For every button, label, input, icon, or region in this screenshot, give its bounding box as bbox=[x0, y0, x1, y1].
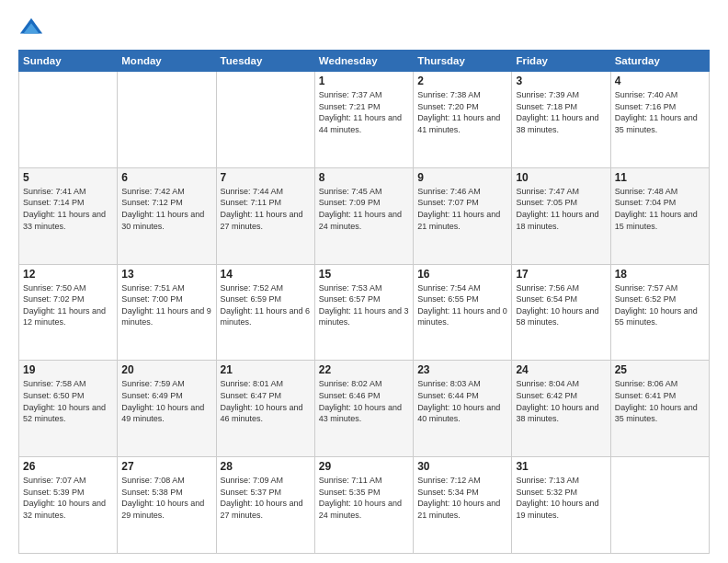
calendar-cell: 24Sunrise: 8:04 AM Sunset: 6:42 PM Dayli… bbox=[512, 361, 610, 457]
day-number: 28 bbox=[221, 460, 311, 473]
calendar-cell: 31Sunrise: 7:13 AM Sunset: 5:32 PM Dayli… bbox=[512, 457, 610, 554]
calendar-cell: 21Sunrise: 8:01 AM Sunset: 6:47 PM Dayli… bbox=[216, 361, 314, 457]
cell-info: Sunrise: 7:56 AM Sunset: 6:54 PM Dayligh… bbox=[516, 282, 606, 328]
calendar-header-row: SundayMondayTuesdayWednesdayThursdayFrid… bbox=[19, 51, 710, 72]
day-number: 15 bbox=[319, 268, 409, 281]
calendar-cell: 4Sunrise: 7:40 AM Sunset: 7:16 PM Daylig… bbox=[610, 72, 709, 168]
calendar-cell: 19Sunrise: 7:58 AM Sunset: 6:50 PM Dayli… bbox=[19, 361, 118, 457]
calendar-cell: 29Sunrise: 7:11 AM Sunset: 5:35 PM Dayli… bbox=[314, 457, 413, 554]
calendar-cell: 30Sunrise: 7:12 AM Sunset: 5:34 PM Dayli… bbox=[414, 457, 512, 554]
day-header-friday: Friday bbox=[512, 51, 610, 72]
calendar-cell: 25Sunrise: 8:06 AM Sunset: 6:41 PM Dayli… bbox=[610, 361, 709, 457]
day-number: 6 bbox=[121, 171, 211, 184]
cell-info: Sunrise: 7:07 AM Sunset: 5:39 PM Dayligh… bbox=[23, 475, 113, 521]
calendar-cell: 13Sunrise: 7:51 AM Sunset: 7:00 PM Dayli… bbox=[118, 264, 216, 361]
day-number: 24 bbox=[516, 363, 606, 376]
cell-info: Sunrise: 7:52 AM Sunset: 6:59 PM Dayligh… bbox=[221, 282, 311, 328]
day-number: 16 bbox=[417, 268, 507, 281]
day-number: 9 bbox=[417, 171, 507, 184]
calendar-week-row: 12Sunrise: 7:50 AM Sunset: 7:02 PM Dayli… bbox=[19, 264, 710, 361]
cell-info: Sunrise: 7:53 AM Sunset: 6:57 PM Dayligh… bbox=[319, 282, 409, 328]
cell-info: Sunrise: 7:12 AM Sunset: 5:34 PM Dayligh… bbox=[417, 475, 507, 521]
day-header-thursday: Thursday bbox=[414, 51, 512, 72]
day-number: 11 bbox=[615, 171, 705, 184]
calendar-cell bbox=[19, 72, 118, 168]
calendar-week-row: 19Sunrise: 7:58 AM Sunset: 6:50 PM Dayli… bbox=[19, 361, 710, 457]
day-number: 14 bbox=[221, 268, 311, 281]
day-header-sunday: Sunday bbox=[19, 51, 118, 72]
calendar-cell: 17Sunrise: 7:56 AM Sunset: 6:54 PM Dayli… bbox=[512, 264, 610, 361]
calendar-cell: 7Sunrise: 7:44 AM Sunset: 7:11 PM Daylig… bbox=[216, 167, 314, 264]
day-number: 25 bbox=[615, 363, 705, 376]
day-header-tuesday: Tuesday bbox=[216, 51, 314, 72]
day-number: 2 bbox=[417, 75, 507, 87]
calendar-cell bbox=[118, 72, 216, 168]
cell-info: Sunrise: 7:40 AM Sunset: 7:16 PM Dayligh… bbox=[615, 89, 705, 135]
calendar-cell: 15Sunrise: 7:53 AM Sunset: 6:57 PM Dayli… bbox=[314, 264, 413, 361]
cell-info: Sunrise: 7:51 AM Sunset: 7:00 PM Dayligh… bbox=[121, 282, 211, 328]
day-number: 12 bbox=[23, 268, 113, 281]
cell-info: Sunrise: 7:38 AM Sunset: 7:20 PM Dayligh… bbox=[417, 89, 507, 135]
cell-info: Sunrise: 7:48 AM Sunset: 7:04 PM Dayligh… bbox=[615, 186, 705, 232]
day-number: 18 bbox=[615, 268, 705, 281]
cell-info: Sunrise: 7:08 AM Sunset: 5:38 PM Dayligh… bbox=[121, 475, 211, 521]
cell-info: Sunrise: 7:54 AM Sunset: 6:55 PM Dayligh… bbox=[417, 282, 507, 328]
calendar-week-row: 5Sunrise: 7:41 AM Sunset: 7:14 PM Daylig… bbox=[19, 167, 710, 264]
day-number: 19 bbox=[23, 363, 113, 376]
cell-info: Sunrise: 7:42 AM Sunset: 7:12 PM Dayligh… bbox=[121, 186, 211, 232]
cell-info: Sunrise: 7:57 AM Sunset: 6:52 PM Dayligh… bbox=[615, 282, 705, 328]
cell-info: Sunrise: 7:41 AM Sunset: 7:14 PM Dayligh… bbox=[23, 186, 113, 232]
day-number: 4 bbox=[615, 75, 705, 87]
cell-info: Sunrise: 7:58 AM Sunset: 6:50 PM Dayligh… bbox=[23, 378, 113, 424]
day-number: 22 bbox=[319, 363, 409, 376]
day-number: 31 bbox=[516, 460, 606, 473]
day-number: 10 bbox=[516, 171, 606, 184]
day-number: 29 bbox=[319, 460, 409, 473]
cell-info: Sunrise: 7:09 AM Sunset: 5:37 PM Dayligh… bbox=[221, 475, 311, 521]
calendar-cell: 18Sunrise: 7:57 AM Sunset: 6:52 PM Dayli… bbox=[610, 264, 709, 361]
calendar-cell: 5Sunrise: 7:41 AM Sunset: 7:14 PM Daylig… bbox=[19, 167, 118, 264]
calendar-table: SundayMondayTuesdayWednesdayThursdayFrid… bbox=[18, 50, 710, 554]
cell-info: Sunrise: 8:01 AM Sunset: 6:47 PM Dayligh… bbox=[221, 378, 311, 424]
day-header-monday: Monday bbox=[118, 51, 216, 72]
day-number: 21 bbox=[221, 363, 311, 376]
calendar-cell: 27Sunrise: 7:08 AM Sunset: 5:38 PM Dayli… bbox=[118, 457, 216, 554]
cell-info: Sunrise: 7:13 AM Sunset: 5:32 PM Dayligh… bbox=[516, 475, 606, 521]
cell-info: Sunrise: 7:47 AM Sunset: 7:05 PM Dayligh… bbox=[516, 186, 606, 232]
calendar-cell: 8Sunrise: 7:45 AM Sunset: 7:09 PM Daylig… bbox=[314, 167, 413, 264]
day-number: 30 bbox=[417, 460, 507, 473]
calendar-cell: 9Sunrise: 7:46 AM Sunset: 7:07 PM Daylig… bbox=[414, 167, 512, 264]
calendar-cell: 2Sunrise: 7:38 AM Sunset: 7:20 PM Daylig… bbox=[414, 72, 512, 168]
cell-info: Sunrise: 7:37 AM Sunset: 7:21 PM Dayligh… bbox=[319, 89, 409, 135]
cell-info: Sunrise: 8:03 AM Sunset: 6:44 PM Dayligh… bbox=[417, 378, 507, 424]
day-number: 13 bbox=[121, 268, 211, 281]
calendar-cell: 6Sunrise: 7:42 AM Sunset: 7:12 PM Daylig… bbox=[118, 167, 216, 264]
calendar-cell: 28Sunrise: 7:09 AM Sunset: 5:37 PM Dayli… bbox=[216, 457, 314, 554]
day-number: 8 bbox=[319, 171, 409, 184]
cell-info: Sunrise: 7:50 AM Sunset: 7:02 PM Dayligh… bbox=[23, 282, 113, 328]
calendar-cell: 10Sunrise: 7:47 AM Sunset: 7:05 PM Dayli… bbox=[512, 167, 610, 264]
calendar-cell: 14Sunrise: 7:52 AM Sunset: 6:59 PM Dayli… bbox=[216, 264, 314, 361]
header bbox=[18, 15, 710, 40]
calendar-cell bbox=[610, 457, 709, 554]
day-number: 26 bbox=[23, 460, 113, 473]
cell-info: Sunrise: 7:45 AM Sunset: 7:09 PM Dayligh… bbox=[319, 186, 409, 232]
cell-info: Sunrise: 7:46 AM Sunset: 7:07 PM Dayligh… bbox=[417, 186, 507, 232]
calendar-cell bbox=[216, 72, 314, 168]
day-header-wednesday: Wednesday bbox=[314, 51, 413, 72]
cell-info: Sunrise: 7:39 AM Sunset: 7:18 PM Dayligh… bbox=[516, 89, 606, 135]
calendar-cell: 11Sunrise: 7:48 AM Sunset: 7:04 PM Dayli… bbox=[610, 167, 709, 264]
cell-info: Sunrise: 8:04 AM Sunset: 6:42 PM Dayligh… bbox=[516, 378, 606, 424]
calendar-cell: 1Sunrise: 7:37 AM Sunset: 7:21 PM Daylig… bbox=[314, 72, 413, 168]
calendar-cell: 26Sunrise: 7:07 AM Sunset: 5:39 PM Dayli… bbox=[19, 457, 118, 554]
calendar-cell: 22Sunrise: 8:02 AM Sunset: 6:46 PM Dayli… bbox=[314, 361, 413, 457]
cell-info: Sunrise: 7:59 AM Sunset: 6:49 PM Dayligh… bbox=[121, 378, 211, 424]
cell-info: Sunrise: 7:44 AM Sunset: 7:11 PM Dayligh… bbox=[221, 186, 311, 232]
cell-info: Sunrise: 8:06 AM Sunset: 6:41 PM Dayligh… bbox=[615, 378, 705, 424]
cell-info: Sunrise: 8:02 AM Sunset: 6:46 PM Dayligh… bbox=[319, 378, 409, 424]
day-number: 17 bbox=[516, 268, 606, 281]
day-number: 5 bbox=[23, 171, 113, 184]
day-number: 3 bbox=[516, 75, 606, 87]
calendar-week-row: 1Sunrise: 7:37 AM Sunset: 7:21 PM Daylig… bbox=[19, 72, 710, 168]
logo bbox=[18, 15, 48, 40]
